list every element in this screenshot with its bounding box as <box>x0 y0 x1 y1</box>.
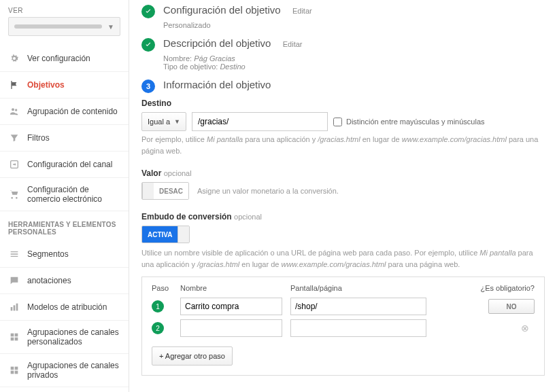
svg-rect-8 <box>11 338 14 341</box>
required-toggle[interactable]: NO <box>488 299 535 314</box>
destination-help: Por ejemplo, utilice Mi pantalla para un… <box>141 134 545 156</box>
funnel-header: Paso Nombre Pantalla/página ¿Es obligato… <box>152 284 535 292</box>
step-3-title: Información del objetivo <box>163 79 271 90</box>
case-sensitive-label: Distinción entre mayúsculas y minúsculas <box>346 118 485 126</box>
view-selector[interactable]: ▼ <box>8 17 120 36</box>
svg-rect-6 <box>11 334 14 337</box>
step-screen-input[interactable] <box>290 319 426 337</box>
nav-label: Agrupación de contenido <box>27 107 118 116</box>
list-icon <box>8 248 20 260</box>
svg-rect-9 <box>15 338 18 341</box>
svg-rect-12 <box>11 371 14 374</box>
nav-channel-settings[interactable]: Configuración del canal <box>0 152 129 178</box>
svg-rect-13 <box>15 371 18 374</box>
nav-label: Filtros <box>27 133 50 143</box>
match-type-dropdown[interactable]: Igual a ▼ <box>141 112 186 131</box>
type-label: Tipo de objetivo: <box>163 63 218 71</box>
nav-custom-alerts[interactable]: Alertas personalizadas <box>0 387 129 392</box>
nav-label: Agrupaciones de canales privados <box>27 361 120 380</box>
toggle-on-label: ACTIVA <box>142 226 178 243</box>
step-number: 2 <box>152 322 164 334</box>
chevron-down-icon: ▼ <box>107 23 114 31</box>
cart-icon <box>8 188 20 200</box>
toggle-off-label: DESAC <box>154 183 188 199</box>
nav-view-settings[interactable]: Ver configuración <box>0 46 129 72</box>
step-3-row: 3 Información del objetivo <box>141 79 545 93</box>
svg-point-0 <box>12 108 14 111</box>
tools-section-header: HERRAMIENTAS Y ELEMENTOS PERSONALES <box>0 211 129 241</box>
filter-icon <box>8 132 20 144</box>
value-label: Valor opcional <box>141 168 545 178</box>
sidebar: VER ▼ Ver configuración Objetivos Agrupa… <box>0 0 129 392</box>
step-1-title: Configuración del objetivo <box>163 4 281 16</box>
col-screen: Pantalla/página <box>290 284 426 292</box>
col-step: Paso <box>152 284 172 292</box>
funnel-row-1: 1 NO <box>152 298 535 315</box>
square-arrow-icon <box>8 158 20 171</box>
funnel-label: Embudo de conversión opcional <box>141 212 545 221</box>
funnel-help: Utilice un nombre visible de aplicación … <box>141 247 545 270</box>
step-1-row: Configuración del objetivo Editar <box>141 4 545 18</box>
value-toggle[interactable]: DESAC <box>141 182 189 200</box>
funnel-toggle[interactable]: ACTIVA <box>141 226 190 243</box>
nav-label: Configuración de comercio electrónico <box>27 185 120 204</box>
toggle-knob <box>178 226 189 243</box>
gear-icon <box>8 52 20 65</box>
nav-private-channel-groupings[interactable]: Agrupaciones de canales privados <box>0 354 129 387</box>
grid-icon <box>8 331 20 343</box>
nav-content-grouping[interactable]: Agrupación de contenido <box>0 99 129 125</box>
nav-label: Segmentos <box>27 249 69 259</box>
nav-label: Configuración del canal <box>27 160 112 169</box>
match-type-value: Igual a <box>148 118 170 126</box>
step-2-edit-link[interactable]: Editar <box>283 40 303 48</box>
destination-label: Destino <box>141 99 545 108</box>
step-2-row: Descripción del objetivo Editar <box>141 37 545 52</box>
step-name-input[interactable] <box>180 298 282 315</box>
bars-icon <box>8 301 20 313</box>
step-1-edit-link[interactable]: Editar <box>292 7 312 15</box>
nav-label: Agrupaciones de canales personalizados <box>27 327 120 346</box>
step-2-subtitle: Nombre: Pág Gracias Tipo de objetivo: De… <box>163 54 545 71</box>
svg-rect-5 <box>16 304 18 311</box>
nav-label: Objetivos <box>27 80 65 90</box>
funnel-row-2: 2 ⊗ <box>152 319 535 337</box>
add-step-button[interactable]: + Agregar otro paso <box>152 346 233 366</box>
view-placeholder <box>14 24 102 29</box>
grid-icon <box>8 364 20 376</box>
type-value: Destino <box>220 63 245 71</box>
nav-goals[interactable]: Objetivos <box>0 72 129 99</box>
value-description: Asigne un valor monetario a la conversió… <box>197 187 339 195</box>
step-number: 1 <box>152 300 164 313</box>
remove-step-icon[interactable]: ⊗ <box>488 323 535 334</box>
step-2-title: Descripción del objetivo <box>163 37 271 49</box>
nav-filters[interactable]: Filtros <box>0 125 129 152</box>
view-label: VER <box>0 7 129 17</box>
main-content: Configuración del objetivo Editar Person… <box>129 0 557 392</box>
chevron-down-icon: ▼ <box>174 118 180 125</box>
destination-input[interactable] <box>192 112 328 131</box>
case-sensitive-option[interactable]: Distinción entre mayúsculas y minúsculas <box>333 118 485 126</box>
nav-segments[interactable]: Segmentos <box>0 241 129 268</box>
svg-rect-7 <box>15 334 18 337</box>
svg-point-1 <box>15 109 17 111</box>
nav-annotations[interactable]: anotaciones <box>0 268 129 294</box>
chat-icon <box>8 274 20 287</box>
step-screen-input[interactable] <box>290 298 426 315</box>
nav-custom-channel-groupings[interactable]: Agrupaciones de canales personalizados <box>0 321 129 354</box>
people-icon <box>8 105 20 118</box>
nav-attribution-models[interactable]: Modelos de atribución <box>0 294 129 321</box>
svg-rect-3 <box>11 307 13 310</box>
step-1-subtitle: Personalizado <box>163 21 545 29</box>
nav-ecommerce-settings[interactable]: Configuración de comercio electrónico <box>0 178 129 211</box>
name-value: Pág Gracias <box>194 54 235 63</box>
case-sensitive-checkbox[interactable] <box>333 118 342 126</box>
svg-rect-4 <box>14 305 16 310</box>
svg-rect-11 <box>15 367 18 370</box>
nav-label: anotaciones <box>27 276 71 285</box>
step-name-input[interactable] <box>180 319 282 337</box>
svg-rect-10 <box>11 367 14 370</box>
name-label: Nombre: <box>163 54 192 63</box>
step-3-badge: 3 <box>141 79 155 93</box>
funnel-table: Paso Nombre Pantalla/página ¿Es obligato… <box>141 277 545 376</box>
toggle-knob <box>142 183 154 199</box>
